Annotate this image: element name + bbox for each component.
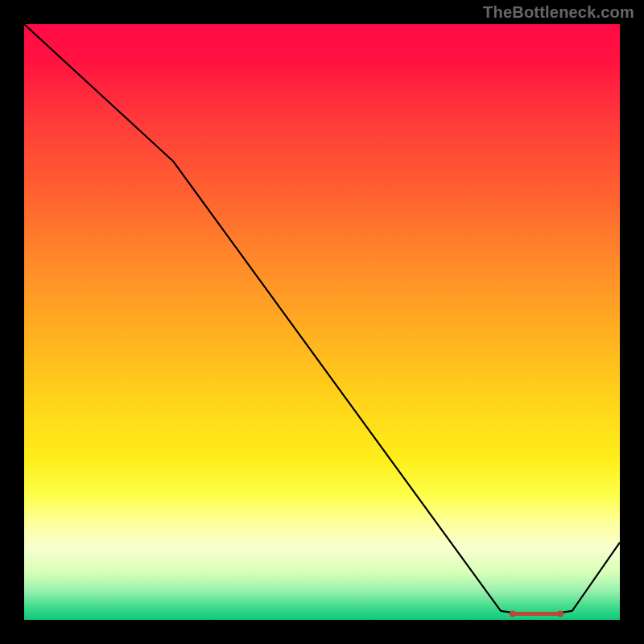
bottleneck-curve: [24, 24, 620, 614]
chart-svg: [24, 24, 620, 620]
marker-dot: [557, 611, 564, 617]
attribution-label: TheBottleneck.com: [483, 3, 634, 22]
marker-dot: [510, 611, 516, 617]
minimum-markers: [510, 611, 564, 617]
chart-frame: TheBottleneck.com: [0, 0, 644, 644]
